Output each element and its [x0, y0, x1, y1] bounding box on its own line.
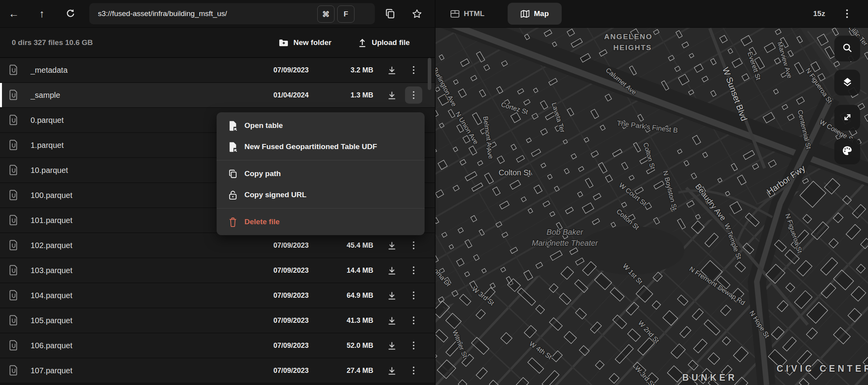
top-bar: ← ↑ ⌘ F HTML Map 15z — [0, 0, 868, 28]
row-menu-button[interactable] — [405, 362, 422, 379]
menu-item-label: Copy signed URL — [244, 191, 306, 199]
download-button[interactable] — [385, 313, 399, 327]
document-paperclip-icon — [9, 140, 18, 152]
menu-item-label: Delete file — [244, 218, 280, 226]
document-paperclip-icon — [9, 165, 18, 177]
menu-item-open-table[interactable]: Open table — [217, 115, 425, 136]
download-button[interactable] — [385, 88, 399, 102]
row-menu-button[interactable] — [405, 237, 422, 254]
menu-item-copy-signed-url[interactable]: Copy signed URL — [217, 184, 425, 205]
shortcut-key-cmd: ⌘ — [317, 5, 335, 23]
shortcut-key-f: F — [337, 5, 354, 23]
file-export-icon — [228, 142, 238, 152]
file-date: 07/09/2023 — [273, 58, 309, 82]
file-row[interactable]: 106.parquet07/09/202352.0 MB — [0, 333, 435, 358]
document-paperclip-icon — [9, 340, 18, 352]
address-bar: ⌘ F — [89, 3, 375, 24]
tab-html[interactable]: HTML — [450, 6, 485, 22]
map-control-expand[interactable] — [834, 105, 860, 131]
file-name: 10.parquet — [31, 158, 68, 182]
file-size: 3.2 MB — [351, 58, 373, 82]
menu-divider — [217, 160, 425, 160]
file-row[interactable]: 104.parquet07/09/202364.9 MB — [0, 283, 435, 308]
row-menu-button[interactable] — [405, 61, 422, 79]
search-icon — [842, 43, 853, 55]
copy-path-button[interactable] — [384, 7, 396, 20]
document-paperclip-icon — [9, 265, 18, 277]
document-paperclip-icon — [9, 65, 18, 77]
menu-item-copy-path[interactable]: Copy path — [217, 163, 425, 184]
file-row[interactable]: 102.parquet07/09/202345.4 MB — [0, 233, 435, 258]
download-button[interactable] — [385, 238, 399, 252]
copy-icon — [385, 9, 395, 19]
new-folder-button[interactable]: New folder — [279, 28, 331, 57]
favorite-button[interactable] — [410, 7, 423, 20]
refresh-icon — [65, 9, 76, 19]
menu-item-new-fused-geopartitioned-table-udf[interactable]: New Fused Geopartitioned Table UDF — [217, 136, 425, 157]
expand-icon — [842, 112, 853, 124]
zoom-level: 15z — [813, 0, 825, 27]
file-browser-header: 0 dirs 327 files 10.6 GB New folder Uplo… — [0, 28, 435, 58]
menu-item-label: New Fused Geopartitioned Table UDF — [244, 142, 377, 151]
file-row[interactable]: 103.parquet07/09/202314.4 MB — [0, 258, 435, 283]
file-row[interactable]: _metadata07/09/20233.2 MB — [0, 58, 435, 83]
row-menu-button[interactable] — [405, 287, 422, 304]
upload-file-button[interactable]: Upload file — [358, 28, 410, 57]
file-name: 103.parquet — [31, 258, 72, 282]
document-paperclip-icon — [9, 115, 18, 127]
up-button[interactable]: ↑ — [33, 0, 51, 27]
tab-html-label: HTML — [464, 9, 485, 18]
map-control-palette[interactable] — [834, 139, 860, 164]
download-button[interactable] — [385, 363, 399, 378]
menu-item-label: Copy path — [244, 169, 281, 178]
document-paperclip-icon — [9, 90, 18, 102]
document-paperclip-icon — [9, 290, 18, 302]
copy-icon — [228, 169, 238, 178]
map-area-label: ANGELENO — [604, 32, 653, 41]
download-button[interactable] — [385, 63, 399, 77]
file-name: 0.parquet — [31, 108, 64, 132]
back-icon: ← — [9, 8, 19, 20]
file-date: 07/09/2023 — [273, 258, 309, 282]
map-view[interactable]: ANGELENOHEIGHTSCalumet AveLilac TerBurli… — [436, 0, 868, 385]
file-date: 07/09/2023 — [273, 233, 309, 257]
row-menu-button[interactable] — [405, 262, 422, 279]
folder-plus-icon — [279, 39, 288, 47]
new-folder-label: New folder — [293, 38, 331, 47]
context-menu: Open tableNew Fused Geopartitioned Table… — [217, 112, 425, 235]
menu-item-label: Open table — [244, 121, 283, 130]
row-menu-button[interactable] — [405, 86, 422, 104]
file-row[interactable]: 107.parquet07/09/202327.4 MB — [0, 358, 435, 383]
kebab-icon — [846, 9, 848, 18]
menu-item-delete-file[interactable]: Delete file — [217, 211, 425, 232]
map-poi-label: Bob Baker — [546, 228, 584, 236]
file-date: 01/04/2024 — [273, 83, 309, 107]
file-date: 07/09/2023 — [273, 333, 309, 358]
document-paperclip-icon — [9, 190, 18, 202]
map-menu-button[interactable] — [839, 0, 855, 27]
file-date: 07/09/2023 — [273, 358, 309, 383]
lock-icon — [228, 190, 238, 200]
document-paperclip-icon — [9, 365, 18, 377]
file-size: 14.4 MB — [347, 258, 373, 282]
up-icon: ↑ — [39, 8, 45, 20]
file-size: 41.3 MB — [347, 308, 373, 333]
download-button[interactable] — [385, 263, 399, 277]
file-name: 101.parquet — [31, 208, 72, 232]
map-control-search[interactable] — [834, 36, 860, 61]
upload-file-label: Upload file — [372, 38, 410, 47]
scrollbar-thumb[interactable] — [428, 58, 431, 90]
panel-divider — [435, 0, 436, 385]
file-row[interactable]: _sample01/04/20241.3 MB — [0, 83, 435, 108]
row-menu-button[interactable] — [405, 337, 422, 354]
path-input[interactable] — [89, 9, 312, 18]
download-button[interactable] — [385, 338, 399, 353]
tab-map[interactable]: Map — [508, 3, 562, 25]
back-button[interactable]: ← — [5, 0, 23, 27]
row-menu-button[interactable] — [405, 312, 422, 329]
download-button[interactable] — [385, 288, 399, 302]
map-area-label: CIVIC CENTER — [777, 363, 868, 374]
refresh-button[interactable] — [61, 0, 80, 27]
file-row[interactable]: 105.parquet07/09/202341.3 MB — [0, 308, 435, 333]
map-control-layers[interactable] — [834, 70, 860, 95]
